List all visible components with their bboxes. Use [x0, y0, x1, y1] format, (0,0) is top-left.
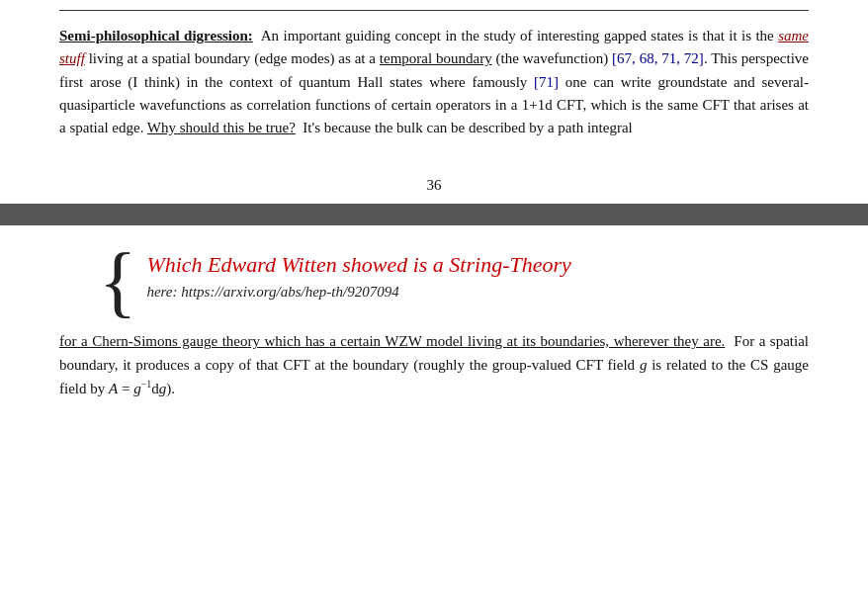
- bottom-paragraph: for a Chern-Simons gauge theory which ha…: [59, 330, 809, 400]
- annotation-text-block: Which Edward Witten showed is a String-T…: [146, 251, 570, 301]
- citation-1: [67, 68, 71, 72]: [612, 50, 704, 66]
- left-brace: {: [99, 241, 136, 320]
- temporal-boundary-text: temporal boundary: [380, 50, 492, 66]
- main-paragraph: Semi-philosophical digression: An import…: [59, 25, 809, 139]
- arxiv-link: here: https://arxiv.org/abs/hep-th/92070…: [146, 284, 570, 301]
- top-rule: [59, 10, 809, 11]
- witten-title: Which Edward Witten showed is a String-T…: [146, 251, 570, 280]
- bottom-underline-text: for a Chern-Simons gauge theory which ha…: [59, 333, 725, 349]
- bottom-section: { Which Edward Witten showed is a String…: [0, 225, 868, 420]
- page-number: 36: [0, 177, 868, 194]
- top-section: Semi-philosophical digression: An import…: [0, 0, 868, 159]
- divider-bar: [0, 204, 868, 225]
- annotation-block: { Which Edward Witten showed is a String…: [99, 251, 809, 320]
- why-should-text: Why should this be true?: [147, 120, 296, 135]
- citation-2: [71]: [534, 74, 559, 90]
- semi-philosophical-label: Semi-philosophical digression:: [59, 28, 253, 43]
